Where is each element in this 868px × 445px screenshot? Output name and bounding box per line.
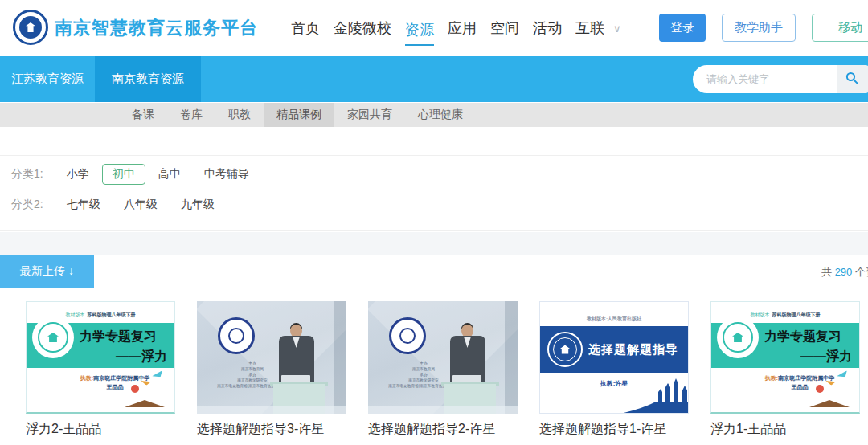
video-thumbnail[interactable]: 教材版本苏科版物理八年级下册 力学专题复习 ——浮力 执教:南京晓庄学院附属中学… bbox=[710, 301, 860, 414]
filter-section: 分类1: 小学 初中 高中 中考辅导 分类2: 七年级 八年级 九年级 bbox=[0, 155, 868, 231]
filter-primary-school[interactable]: 小学 bbox=[67, 167, 89, 182]
total-number: 290 bbox=[835, 266, 853, 278]
filter-senior-high[interactable]: 高中 bbox=[158, 167, 181, 182]
nav-item-jinling-school[interactable]: 金陵微校 bbox=[334, 15, 391, 41]
page-title: 南京智慧教育云服务平台 bbox=[55, 16, 258, 40]
slide-illustration bbox=[123, 370, 168, 407]
chevron-down-icon[interactable]: ∨ bbox=[613, 22, 621, 35]
thumb-title-line2: ——浮力 bbox=[800, 349, 852, 365]
filter-grade-9[interactable]: 九年级 bbox=[181, 198, 215, 212]
page: 南京智慧教育云服务平台 首页 金陵微校 资源 应用 空间 活动 互联 ∨ 登录 … bbox=[0, 0, 868, 445]
resource-card[interactable]: 主办南京市教育局承办南京市教学研究室南京市电化教育馆(南京市教育信息化中心) 选… bbox=[368, 301, 518, 438]
tab-jiangsu-resources[interactable]: 江苏教育资源 bbox=[0, 56, 95, 102]
nav-item-space[interactable]: 空间 bbox=[490, 15, 519, 41]
card-title[interactable]: 浮力1-王晶晶 bbox=[710, 421, 860, 438]
sort-latest-button[interactable]: 最新上传 ↓ bbox=[0, 255, 94, 288]
teacher-prefix: 执教: bbox=[80, 375, 93, 381]
menu-item-home-school[interactable]: 家园共育 bbox=[334, 103, 405, 127]
resource-card[interactable]: 主办南京市教育局承办南京市教学研究室南京市电化教育馆(南京市教育信息化中心) 选… bbox=[197, 301, 346, 438]
logo-emblem-icon bbox=[13, 10, 48, 45]
header: 南京智慧教育云服务平台 首页 金陵微校 资源 应用 空间 活动 互联 ∨ 登录 … bbox=[0, 0, 868, 56]
card-title[interactable]: 浮力2-王晶晶 bbox=[26, 421, 175, 438]
resource-card[interactable]: 教材版本:人民教育出版社 选择题解题指导 执教:许星 选择题解题指导1-许星 bbox=[539, 301, 689, 438]
resource-tab-bar: 江苏教育资源 南京教育资源 bbox=[0, 56, 868, 102]
nav-item-activities[interactable]: 活动 bbox=[533, 15, 562, 41]
school-emblem-icon bbox=[389, 317, 426, 354]
search-input[interactable] bbox=[693, 65, 837, 93]
resource-card[interactable]: 教材版本苏科版物理八年级下册 力学专题复习 ——浮力 执教:南京晓庄学院附属中学… bbox=[26, 301, 175, 438]
thumb-book-name: 苏科版物理八年级下册 bbox=[772, 312, 821, 317]
teaching-assistant-button[interactable]: 教学助手 bbox=[722, 14, 796, 42]
menu-item-lesson-prep[interactable]: 备课 bbox=[119, 103, 167, 127]
nav-item-resources[interactable]: 资源 bbox=[405, 17, 434, 46]
thumb-title-line1: 力学专题复习 bbox=[80, 329, 157, 345]
filter-row2-label: 分类2: bbox=[11, 198, 43, 212]
thumb-edition-text: 教材版本:人民教育出版社 bbox=[540, 316, 688, 323]
nav-item-apps[interactable]: 应用 bbox=[448, 15, 477, 41]
card-title[interactable]: 选择题解题指导1-许星 bbox=[539, 421, 689, 438]
thumb-edition-label: 教材版本 bbox=[751, 312, 770, 317]
site-logo[interactable] bbox=[13, 10, 48, 45]
total-prefix: 共 bbox=[821, 266, 832, 278]
menu-item-paper-bank[interactable]: 卷库 bbox=[167, 103, 215, 127]
menu-item-featured-lessons[interactable]: 精品课例 bbox=[264, 103, 334, 127]
category-menu-bar: 备课 卷库 职教 精品课例 家园共育 心理健康 bbox=[0, 103, 868, 127]
nav-item-interconnect[interactable]: 互联 bbox=[575, 15, 604, 41]
card-title[interactable]: 选择题解题指导3-许星 bbox=[197, 421, 346, 438]
school-emblem-icon bbox=[32, 316, 74, 358]
filter-row-1: 分类1: 小学 初中 高中 中考辅导 bbox=[11, 167, 249, 182]
total-suffix: 个资源 bbox=[855, 266, 868, 278]
header-buttons: 登录 教学助手 移动 bbox=[659, 14, 868, 42]
search-icon bbox=[845, 71, 858, 87]
total-count: 共 290 个资源 bbox=[821, 265, 868, 280]
video-thumbnail[interactable]: 主办南京市教育局承办南京市教学研究室南京市电化教育馆(南京市教育信息化中心) bbox=[197, 301, 346, 414]
card-title[interactable]: 选择题解题指导2-许星 bbox=[368, 421, 518, 438]
school-emblem-icon bbox=[218, 317, 255, 354]
video-thumbnail[interactable]: 主办南京市教育局承办南京市教学研究室南京市电化教育馆(南京市教育信息化中心) bbox=[368, 301, 518, 414]
section-divider-band bbox=[0, 232, 868, 255]
menu-item-vocational[interactable]: 职教 bbox=[215, 103, 264, 127]
mobile-button[interactable]: 移动 bbox=[812, 14, 868, 42]
arrow-down-icon: ↓ bbox=[68, 264, 74, 277]
video-thumbnail[interactable]: 教材版本苏科版物理八年级下册 力学专题复习 ——浮力 执教:南京晓庄学院附属中学… bbox=[26, 301, 175, 414]
main-nav: 首页 金陵微校 资源 应用 空间 活动 互联 ∨ bbox=[291, 0, 621, 56]
resource-card[interactable]: 教材版本苏科版物理八年级下册 力学专题复习 ——浮力 执教:南京晓庄学院附属中学… bbox=[710, 301, 860, 438]
menu-item-mental-health[interactable]: 心理健康 bbox=[405, 103, 476, 127]
thumb-title-line2: ——浮力 bbox=[116, 349, 167, 365]
video-thumbnail[interactable]: 教材版本:人民教育出版社 选择题解题指导 执教:许星 bbox=[539, 301, 689, 414]
tab-nanjing-resources[interactable]: 南京教育资源 bbox=[95, 56, 201, 102]
search-button[interactable] bbox=[837, 65, 868, 93]
filter-row1-label: 分类1: bbox=[11, 167, 43, 182]
search-box bbox=[693, 65, 868, 93]
school-emblem-icon bbox=[717, 316, 759, 358]
thumb-edition-label: 教材版本 bbox=[66, 312, 85, 317]
filter-row-2: 分类2: 七年级 八年级 九年级 bbox=[11, 198, 215, 212]
filter-junior-high[interactable]: 初中 bbox=[102, 164, 145, 185]
slide-illustration bbox=[608, 374, 688, 413]
thumb-title: 选择题解题指导 bbox=[588, 342, 678, 357]
filter-grade-7[interactable]: 七年级 bbox=[67, 198, 100, 212]
filter-grade-8[interactable]: 八年级 bbox=[124, 198, 158, 212]
filter-exam-coaching[interactable]: 中考辅导 bbox=[204, 167, 249, 182]
teacher-prefix: 执教: bbox=[765, 375, 778, 381]
sort-label: 最新上传 bbox=[20, 264, 65, 277]
nav-item-home[interactable]: 首页 bbox=[291, 15, 320, 41]
school-emblem-icon bbox=[547, 332, 583, 367]
slide-illustration bbox=[808, 370, 853, 407]
login-button[interactable]: 登录 bbox=[659, 14, 706, 42]
thumb-book-name: 苏科版物理八年级下册 bbox=[88, 312, 136, 317]
thumb-title-line1: 力学专题复习 bbox=[764, 329, 841, 345]
